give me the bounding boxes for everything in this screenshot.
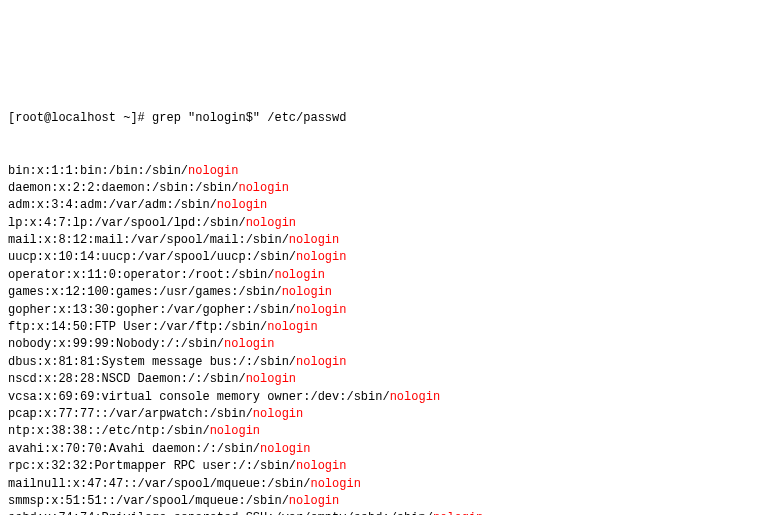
grep-match: nologin [238,181,288,195]
output-line: ftp:x:14:50:FTP User:/var/ftp:/sbin/nolo… [8,319,759,336]
output-line: rpc:x:32:32:Portmapper RPC user:/:/sbin/… [8,458,759,475]
output-line: smmsp:x:51:51::/var/spool/mqueue:/sbin/n… [8,493,759,510]
output-line: lp:x:4:7:lp:/var/spool/lpd:/sbin/nologin [8,215,759,232]
terminal-output: [root@localhost ~]# grep "nologin$" /etc… [8,76,759,515]
output-line: gopher:x:13:30:gopher:/var/gopher:/sbin/… [8,302,759,319]
grep-match: nologin [274,268,324,282]
grep-match: nologin [289,233,339,247]
output-line: nscd:x:28:28:NSCD Daemon:/:/sbin/nologin [8,371,759,388]
grep-match: nologin [433,511,483,515]
output-line: avahi:x:70:70:Avahi daemon:/:/sbin/nolog… [8,441,759,458]
grep-match: nologin [224,337,274,351]
output-line: mail:x:8:12:mail:/var/spool/mail:/sbin/n… [8,232,759,249]
grep-match: nologin [217,198,267,212]
output-line: daemon:x:2:2:daemon:/sbin:/sbin/nologin [8,180,759,197]
output-line: dbus:x:81:81:System message bus:/:/sbin/… [8,354,759,371]
output-line: ntp:x:38:38::/etc/ntp:/sbin/nologin [8,423,759,440]
grep-match: nologin [253,407,303,421]
grep-match: nologin [260,442,310,456]
output-line: operator:x:11:0:operator:/root:/sbin/nol… [8,267,759,284]
shell-prompt: [root@localhost ~]# [8,111,152,125]
grep-match: nologin [296,355,346,369]
grep-match: nologin [210,424,260,438]
output-line: sshd:x:74:74:Privilege-separated SSH:/va… [8,510,759,515]
grep-match: nologin [267,320,317,334]
grep-match: nologin [188,164,238,178]
grep-match: nologin [390,390,440,404]
output-line: mailnull:x:47:47::/var/spool/mqueue:/sbi… [8,476,759,493]
grep-match: nologin [246,216,296,230]
grep-output: bin:x:1:1:bin:/bin:/sbin/nologindaemon:x… [8,163,759,515]
grep-match: nologin [296,459,346,473]
output-line: nobody:x:99:99:Nobody:/:/sbin/nologin [8,336,759,353]
grep-match: nologin [289,494,339,508]
output-line: bin:x:1:1:bin:/bin:/sbin/nologin [8,163,759,180]
grep-match: nologin [246,372,296,386]
grep-match: nologin [296,250,346,264]
grep-match: nologin [296,303,346,317]
grep-match: nologin [310,477,360,491]
output-line: uucp:x:10:14:uucp:/var/spool/uucp:/sbin/… [8,249,759,266]
grep-match: nologin [282,285,332,299]
output-line: games:x:12:100:games:/usr/games:/sbin/no… [8,284,759,301]
command-line: [root@localhost ~]# grep "nologin$" /etc… [8,110,759,127]
command-text: grep "nologin$" /etc/passwd [152,111,346,125]
output-line: pcap:x:77:77::/var/arpwatch:/sbin/nologi… [8,406,759,423]
output-line: adm:x:3:4:adm:/var/adm:/sbin/nologin [8,197,759,214]
output-line: vcsa:x:69:69:virtual console memory owne… [8,389,759,406]
